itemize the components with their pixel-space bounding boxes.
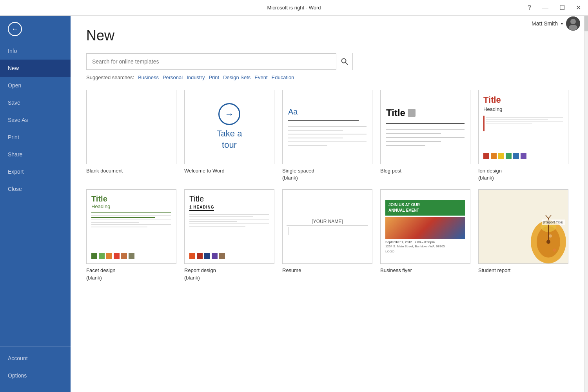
suggested-label: Suggested searches: bbox=[86, 74, 134, 80]
sidebar-item-options[interactable]: Options bbox=[0, 367, 71, 384]
sidebar-item-open[interactable]: Open bbox=[0, 77, 71, 94]
blog-line-3 bbox=[386, 137, 465, 138]
sidebar-item-info[interactable]: Info bbox=[0, 42, 71, 60]
facet-line-4 bbox=[91, 222, 139, 223]
facet-swatch-3 bbox=[106, 253, 112, 259]
svg-point-8 bbox=[546, 240, 550, 244]
report-line-1 bbox=[189, 214, 269, 215]
sidebar-item-new[interactable]: New bbox=[0, 60, 71, 77]
template-thumb-tour: → Take atour bbox=[184, 90, 274, 164]
template-resume[interactable]: [YOUR NAME] bbox=[282, 189, 372, 281]
report-colors bbox=[189, 249, 225, 259]
scroll-thumb[interactable] bbox=[584, 16, 588, 31]
search-bar bbox=[86, 53, 353, 70]
template-student[interactable]: [Report Title] Student report bbox=[478, 189, 568, 281]
search-input[interactable] bbox=[87, 58, 336, 65]
template-ion[interactable]: Title Heading bbox=[478, 90, 568, 181]
back-button[interactable]: ← bbox=[8, 22, 22, 36]
tour-arrow-icon: → bbox=[218, 103, 240, 125]
template-flyer[interactable]: JOIN US AT OURANNUAL EVENT September 7, … bbox=[380, 189, 470, 281]
facet-heading: Heading bbox=[91, 203, 110, 209]
blog-divider bbox=[386, 123, 465, 124]
template-tour[interactable]: → Take atour Welcome to Word bbox=[184, 90, 274, 181]
facet-swatch-5 bbox=[121, 253, 127, 259]
ion-color-swatches bbox=[483, 150, 526, 159]
minimize-button[interactable]: — bbox=[540, 4, 551, 12]
suggested-event[interactable]: Event bbox=[254, 74, 267, 80]
report-title: Title bbox=[189, 194, 204, 203]
svg-line-11 bbox=[548, 215, 551, 218]
blog-line-5 bbox=[386, 145, 425, 146]
sidebar-item-save-as[interactable]: Save As bbox=[0, 111, 71, 129]
svg-point-2 bbox=[569, 25, 577, 30]
template-facet[interactable]: Title Heading bbox=[86, 189, 176, 281]
doc-line-6 bbox=[288, 142, 367, 142]
template-name-blank: Blank document bbox=[86, 167, 123, 174]
sidebar-divider bbox=[0, 346, 71, 347]
report-heading: 1 HEADING bbox=[189, 205, 214, 211]
swatch-green bbox=[506, 153, 512, 159]
template-thumb-student: [Report Title] bbox=[478, 189, 568, 264]
report-line-4 bbox=[189, 221, 237, 222]
swatch-yellow bbox=[498, 153, 504, 159]
resume-col-left bbox=[287, 227, 289, 235]
template-name-blog: Blog post bbox=[380, 167, 401, 174]
svg-point-12 bbox=[549, 234, 552, 238]
avatar[interactable] bbox=[566, 16, 580, 31]
sidebar-item-save[interactable]: Save bbox=[0, 94, 71, 111]
suggested-business[interactable]: Business bbox=[138, 74, 159, 80]
swatch-orange bbox=[491, 153, 497, 159]
sidebar-item-export[interactable]: Export bbox=[0, 163, 71, 180]
template-report[interactable]: Title 1 HEADING bbox=[184, 189, 274, 281]
close-button[interactable]: ✕ bbox=[573, 3, 583, 12]
user-dropdown-icon[interactable]: ▾ bbox=[561, 22, 563, 26]
doc-line-7 bbox=[288, 145, 327, 146]
svg-point-3 bbox=[341, 59, 346, 63]
sidebar-item-close[interactable]: Close bbox=[0, 180, 71, 198]
template-thumb-blank bbox=[86, 90, 176, 164]
template-name-student: Student report bbox=[478, 267, 510, 274]
suggested-personal[interactable]: Personal bbox=[163, 74, 183, 80]
help-button[interactable]: ? bbox=[525, 4, 534, 12]
restore-button[interactable]: ☐ bbox=[557, 3, 567, 12]
svg-line-4 bbox=[345, 62, 348, 65]
template-single-spaced[interactable]: Aa Single spaced(blank) bbox=[282, 90, 372, 181]
facet-swatch-6 bbox=[129, 253, 134, 259]
resume-two-col bbox=[287, 227, 290, 235]
facet-line-1 bbox=[91, 215, 171, 216]
ion-line-3 bbox=[486, 121, 563, 122]
doc-line-1 bbox=[288, 120, 359, 121]
doc-line-3 bbox=[288, 130, 343, 131]
ion-line-1 bbox=[486, 117, 563, 118]
sidebar-item-account[interactable]: Account bbox=[0, 350, 71, 367]
suggested-education[interactable]: Education bbox=[272, 74, 294, 80]
template-name-ion: Ion design(blank) bbox=[478, 167, 502, 181]
sidebar-item-share[interactable]: Share bbox=[0, 146, 71, 163]
main-layout: ← Info New Open Save Save As Print Share… bbox=[0, 16, 588, 392]
window-title: Microsoft is right - Word bbox=[267, 5, 321, 11]
suggested-searches: Suggested searches: Business Personal In… bbox=[86, 74, 568, 80]
sidebar-bottom: Account Options bbox=[0, 350, 71, 392]
content-wrapper: Matt Smith ▾ New bbox=[71, 16, 588, 392]
report-line-2 bbox=[189, 216, 253, 217]
suggested-industry[interactable]: Industry bbox=[187, 74, 205, 80]
template-blog[interactable]: Title Blog post bbox=[380, 90, 470, 181]
svg-point-1 bbox=[570, 19, 576, 24]
template-name-facet: Facet design(blank) bbox=[86, 267, 115, 281]
suggested-design-sets[interactable]: Design Sets bbox=[223, 74, 250, 80]
report-tag: [Report Title] bbox=[542, 220, 565, 225]
flyer-banner: JOIN US AT OURANNUAL EVENT bbox=[385, 200, 465, 216]
template-thumb-ion: Title Heading bbox=[478, 90, 568, 164]
scrollbar[interactable] bbox=[584, 16, 588, 392]
search-button[interactable] bbox=[336, 53, 352, 70]
facet-swatch-4 bbox=[114, 253, 120, 259]
swatch-blue bbox=[513, 153, 519, 159]
template-blank[interactable]: Blank document bbox=[86, 90, 176, 181]
report-line-3 bbox=[189, 219, 269, 220]
ion-content-row bbox=[483, 116, 563, 131]
doc-line-5 bbox=[288, 138, 343, 138]
template-thumb-facet: Title Heading bbox=[86, 189, 176, 264]
suggested-print[interactable]: Print bbox=[209, 74, 219, 80]
blog-line-1 bbox=[386, 129, 465, 130]
sidebar-item-print[interactable]: Print bbox=[0, 129, 71, 146]
